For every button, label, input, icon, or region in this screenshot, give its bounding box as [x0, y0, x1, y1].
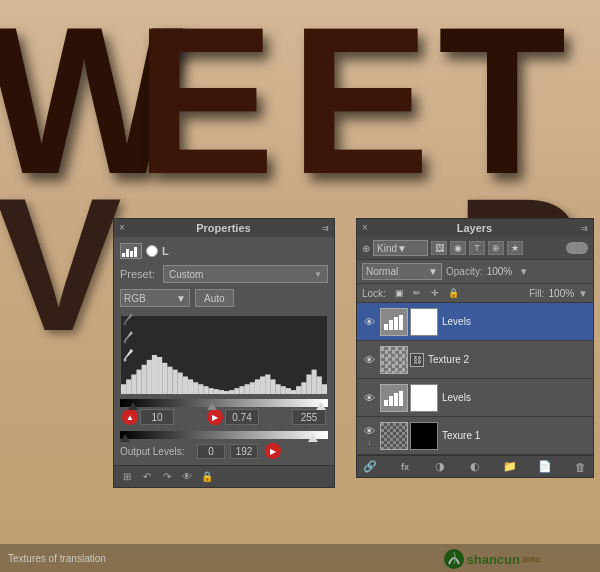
black-level-input[interactable]: 10	[140, 409, 174, 425]
layer-thumb-group-1	[380, 308, 438, 336]
fill-value[interactable]: 100%	[549, 288, 575, 299]
svg-rect-13	[167, 367, 172, 394]
layer-visibility-levels-2[interactable]: 👁	[362, 391, 376, 405]
fill-arrow[interactable]: ▼	[578, 288, 588, 299]
filter-text-icon[interactable]: T	[469, 241, 485, 255]
lock-position-button[interactable]: ✛	[428, 286, 442, 300]
output-black-slider[interactable]	[120, 434, 130, 442]
layers-close-button[interactable]: ×	[362, 223, 368, 233]
prop-toolbar-redo[interactable]: ↷	[159, 469, 175, 485]
layer-name-1: Levels	[442, 316, 588, 327]
filter-pixel-icon[interactable]: 🖼	[431, 241, 447, 255]
properties-title: Properties	[196, 222, 250, 234]
layer-visibility-levels-1[interactable]: 👁	[362, 315, 376, 329]
prop-toolbar-undo[interactable]: ↶	[139, 469, 155, 485]
lock-all-button[interactable]: 🔒	[446, 286, 460, 300]
svg-rect-47	[384, 324, 388, 330]
output-slider-track[interactable]	[120, 431, 328, 439]
svg-rect-52	[389, 396, 393, 406]
svg-rect-26	[234, 388, 239, 394]
sample-white-tool[interactable]	[122, 348, 136, 362]
output-white-slider[interactable]	[308, 434, 318, 442]
black-level-indicator: ▲	[122, 409, 138, 425]
letter-lower-1: V	[0, 155, 122, 373]
svg-rect-42	[317, 376, 322, 394]
layers-adjustment-button[interactable]: ◐	[467, 459, 483, 475]
layers-delete-button[interactable]: 🗑	[572, 459, 588, 475]
svg-rect-37	[291, 390, 296, 394]
properties-body: L Preset: Custom ▼ RGB ▼ Auto	[114, 237, 334, 465]
layers-mask-button[interactable]: ◑	[432, 459, 448, 475]
rgb-dropdown[interactable]: RGB ▼	[120, 289, 190, 307]
svg-rect-40	[306, 375, 311, 395]
lock-transparent-button[interactable]: ▣	[392, 286, 406, 300]
output-white-value[interactable]: 192	[230, 444, 258, 459]
blend-mode-dropdown[interactable]: Normal ▼	[362, 263, 442, 280]
layers-header: × Layers ⇉	[357, 219, 593, 237]
layers-group-button[interactable]: 📁	[502, 459, 518, 475]
layers-fx-button[interactable]: fx	[397, 459, 413, 475]
filter-toggle[interactable]	[566, 242, 588, 254]
svg-rect-23	[219, 390, 224, 394]
fill-label: Fill:	[529, 288, 545, 299]
layers-expand-icon[interactable]: ⇉	[581, 224, 588, 233]
lock-pixels-button[interactable]: ✏	[410, 286, 424, 300]
gamma-input[interactable]: 0.74	[225, 409, 259, 425]
bottom-bar-text: Textures of translation	[8, 553, 106, 564]
auto-button[interactable]: Auto	[195, 289, 234, 307]
layer-visibility-texure-1[interactable]: 👁	[362, 424, 376, 438]
svg-rect-2	[130, 251, 133, 257]
down-arrow-icon: ↓	[367, 438, 371, 447]
svg-rect-3	[134, 247, 137, 257]
preset-row: Preset: Custom ▼	[120, 265, 328, 283]
layer-row-levels-2[interactable]: 👁 Levels	[357, 379, 593, 417]
properties-expand-icon[interactable]: ⇉	[322, 224, 329, 233]
layer-row-texture-2[interactable]: 👁 ⛓ Texture 2	[357, 341, 593, 379]
levels-values-row: ▲ 10 ▶ 0.74 255	[120, 409, 328, 425]
kind-filter-dropdown[interactable]: Kind ▼	[373, 240, 428, 256]
layer-row-texure-1[interactable]: 👁 ↓ Texure 1	[357, 417, 593, 455]
black-point-slider[interactable]	[128, 402, 138, 410]
white-level-input[interactable]: 255	[292, 409, 326, 425]
sample-gray-tool[interactable]	[122, 330, 136, 344]
svg-rect-20	[203, 386, 208, 394]
rgb-row: RGB ▼ Auto	[120, 289, 328, 307]
prop-toolbar-lock[interactable]: 🔒	[199, 469, 215, 485]
layer-name-3: Levels	[442, 392, 588, 403]
layer-row-levels-1[interactable]: 👁 Levels	[357, 303, 593, 341]
layers-bottom-toolbar: 🔗 fx ◑ ◐ 📁 📄 🗑	[357, 455, 593, 477]
svg-rect-49	[394, 317, 398, 330]
filter-adj-icon[interactable]: ◉	[450, 241, 466, 255]
svg-rect-54	[399, 391, 403, 406]
layer-name-4: Texure 1	[442, 430, 588, 441]
input-slider-container	[120, 399, 328, 407]
svg-rect-1	[126, 249, 129, 257]
filter-smart-icon[interactable]: ★	[507, 241, 523, 255]
properties-panel-controls: ⇉	[322, 224, 329, 233]
svg-rect-38	[296, 386, 301, 394]
preset-dropdown[interactable]: Custom ▼	[163, 265, 328, 283]
layers-new-button[interactable]: 📄	[537, 459, 553, 475]
white-point-slider[interactable]	[316, 402, 326, 410]
filter-shape-icon[interactable]: ⊕	[488, 241, 504, 255]
bottom-bar: Textures of translation	[0, 544, 600, 572]
layer-mask-thumb-1	[410, 308, 438, 336]
sample-black-tool[interactable]	[122, 312, 136, 326]
layers-link-button[interactable]: 🔗	[362, 459, 378, 475]
opacity-arrow[interactable]: ▼	[519, 266, 529, 277]
prop-toolbar-eye[interactable]: 👁	[179, 469, 195, 485]
letter-e2: E	[290, 0, 430, 222]
svg-rect-34	[276, 384, 281, 394]
layer-link-icon-2[interactable]: ⛓	[410, 353, 424, 367]
properties-panel: × Properties ⇉ L Preset: Custom	[113, 218, 335, 488]
opacity-value[interactable]: 100%	[487, 266, 515, 277]
input-slider-track[interactable]	[120, 399, 328, 407]
properties-titlebar[interactable]: × Properties ⇉	[114, 219, 334, 237]
svg-rect-29	[250, 382, 255, 394]
svg-rect-32	[265, 375, 270, 395]
prop-toolbar-icon-1[interactable]: ⊞	[119, 469, 135, 485]
gamma-slider[interactable]	[207, 402, 217, 410]
layer-visibility-texture-2[interactable]: 👁	[362, 353, 376, 367]
properties-close-button[interactable]: ×	[119, 223, 125, 233]
output-black-value[interactable]: 0	[197, 444, 225, 459]
